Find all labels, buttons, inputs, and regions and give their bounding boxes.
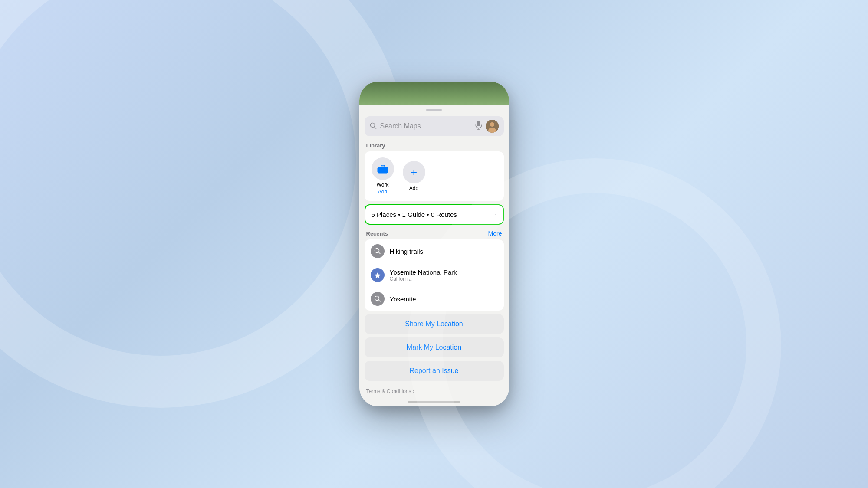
svg-marker-12: [375, 272, 381, 278]
svg-line-1: [374, 127, 376, 128]
library-item-work[interactable]: Work Add: [372, 157, 394, 195]
yosemite-text: Yosemite: [390, 295, 416, 303]
svg-rect-2: [477, 121, 480, 126]
hiking-title: Hiking trails: [390, 248, 424, 255]
svg-line-14: [378, 300, 380, 302]
phone-container: Search Maps Library: [359, 82, 509, 406]
home-indicator: [359, 398, 509, 406]
summary-chevron-icon: ›: [495, 211, 497, 218]
report-issue-button[interactable]: Report an Issue: [365, 361, 504, 381]
recents-header: Recents More: [359, 228, 509, 239]
search-icon: [370, 122, 377, 131]
library-item-add[interactable]: + Add: [403, 161, 425, 191]
work-icon: [372, 157, 394, 180]
mic-icon[interactable]: [475, 121, 482, 131]
yosemite-park-icon: [371, 268, 385, 282]
summary-text: 5 Places • 1 Guide • 0 Routes: [372, 211, 457, 218]
more-link[interactable]: More: [488, 230, 502, 237]
share-location-button[interactable]: Share My Location: [365, 314, 504, 334]
work-item-sub[interactable]: Add: [378, 189, 387, 195]
yosemite-search-icon: [371, 292, 385, 306]
user-avatar[interactable]: [486, 120, 499, 133]
yosemite-park-title: Yosemite National Park: [390, 269, 457, 276]
svg-line-11: [378, 252, 380, 254]
recent-item-yosemite-park[interactable]: Yosemite National Park California: [365, 263, 504, 287]
search-placeholder: Search Maps: [380, 122, 472, 130]
hiking-text: Hiking trails: [390, 248, 424, 255]
add-item-name: Add: [409, 185, 418, 191]
terms-label: Terms & Conditions ›: [366, 388, 414, 394]
summary-row[interactable]: 5 Places • 1 Guide • 0 Routes ›: [365, 204, 504, 225]
recents-label: Recents: [366, 230, 388, 237]
add-icon: +: [403, 161, 425, 183]
map-background: [359, 82, 509, 105]
recent-item-yosemite[interactable]: Yosemite: [365, 287, 504, 311]
mark-location-button[interactable]: Mark My Location: [365, 337, 504, 357]
svg-rect-9: [378, 167, 388, 173]
main-sheet: Search Maps Library: [359, 113, 509, 398]
search-bar[interactable]: Search Maps: [365, 116, 504, 136]
recent-item-hiking[interactable]: Hiking trails: [365, 239, 504, 263]
yosemite-park-text: Yosemite National Park California: [390, 269, 457, 282]
library-label: Library: [359, 141, 509, 151]
home-bar: [408, 401, 460, 403]
handle-bar: [426, 109, 442, 111]
svg-point-6: [490, 122, 494, 127]
hiking-search-icon: [371, 244, 385, 258]
yosemite-title: Yosemite: [390, 295, 416, 303]
recents-card: Hiking trails Yosemite National Park Cal…: [365, 239, 504, 311]
work-item-name: Work: [377, 182, 389, 188]
library-card: Work Add + Add: [365, 151, 504, 201]
yosemite-park-subtitle: California: [390, 276, 457, 282]
sheet-handle[interactable]: [359, 105, 509, 113]
action-buttons: Share My Location Mark My Location Repor…: [365, 314, 504, 381]
terms-row[interactable]: Terms & Conditions ›: [359, 384, 509, 398]
